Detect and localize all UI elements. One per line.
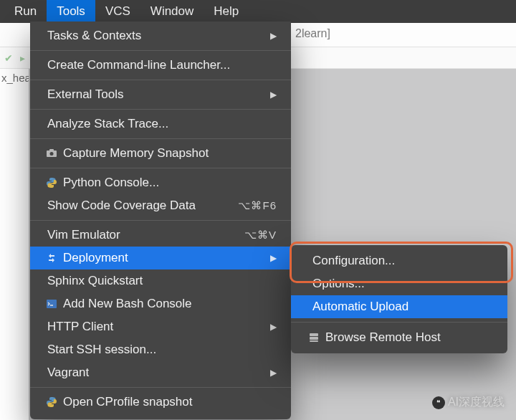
menu-window[interactable]: Window	[140, 0, 204, 23]
python-icon	[44, 177, 59, 188]
server-icon	[307, 332, 321, 343]
menuitem-open-cprofile[interactable]: Open CProfile snapshot	[30, 391, 291, 414]
camera-icon	[44, 148, 59, 159]
project-title-fragment: 2learn]	[295, 27, 330, 40]
tools-dropdown: Tasks & Contexts ▶ Create Command-line L…	[30, 22, 291, 419]
menuitem-capture-memory-snapshot[interactable]: Capture Memory Snapshot	[30, 142, 291, 165]
menuitem-vim-emulator[interactable]: Vim Emulator ⌥⌘V	[30, 224, 291, 247]
menuitem-vagrant[interactable]: Vagrant ▶	[30, 361, 291, 384]
separator	[30, 138, 291, 139]
chevron-right-icon: ▶	[270, 90, 277, 100]
sync-icon	[44, 252, 59, 264]
submenuitem-options[interactable]: Options...	[291, 272, 507, 295]
separator	[30, 50, 291, 51]
menuitem-sphinx-quickstart[interactable]: Sphinx Quickstart	[30, 269, 291, 292]
menu-vcs[interactable]: VCS	[95, 0, 140, 23]
svg-rect-5	[310, 337, 318, 340]
check-icon: ✔	[4, 52, 13, 64]
separator	[30, 168, 291, 168]
svg-point-2	[50, 152, 54, 156]
chevron-right-icon: ▶	[270, 368, 277, 378]
submenuitem-automatic-upload[interactable]: Automatic Upload	[291, 295, 507, 318]
menuitem-code-coverage[interactable]: Show Code Coverage Data ⌥⌘F6	[30, 194, 291, 217]
submenuitem-browse-remote-host[interactable]: Browse Remote Host	[291, 326, 507, 349]
svg-rect-3	[47, 300, 57, 308]
chevron-right-icon: ▶	[270, 31, 277, 41]
tab-name-fragment: x_hea	[0, 69, 29, 84]
menu-run[interactable]: Run	[4, 0, 47, 23]
menuitem-add-bash-console[interactable]: Add New Bash Console	[30, 292, 291, 315]
shortcut: ⌥⌘V	[244, 229, 277, 242]
svg-rect-1	[49, 149, 54, 151]
chevron-right-icon: ▶	[270, 322, 277, 332]
submenuitem-configuration[interactable]: Configuration...	[291, 249, 507, 272]
svg-rect-6	[310, 340, 318, 342]
separator	[30, 80, 291, 80]
menuitem-start-ssh[interactable]: Start SSH session...	[30, 338, 291, 361]
terminal-icon	[44, 298, 59, 310]
menuitem-create-launcher[interactable]: Create Command-line Launcher...	[30, 54, 291, 77]
menu-tools[interactable]: Tools	[47, 0, 95, 23]
shortcut: ⌥⌘F6	[238, 199, 277, 212]
separator	[30, 220, 291, 221]
chevron-right-icon: ▶	[270, 253, 277, 263]
menuitem-analyze-stack-trace[interactable]: Analyze Stack Trace...	[30, 113, 291, 135]
menuitem-external-tools[interactable]: External Tools ▶	[30, 83, 291, 106]
deployment-submenu: Configuration... Options... Automatic Up…	[291, 245, 507, 353]
menu-help[interactable]: Help	[204, 0, 249, 23]
svg-rect-4	[310, 333, 318, 336]
watermark: ❝ AI深度视线	[432, 395, 505, 410]
menuitem-python-console[interactable]: Python Console...	[30, 171, 291, 194]
python-icon	[44, 396, 59, 408]
menuitem-deployment[interactable]: Deployment ▶	[30, 247, 291, 269]
separator	[30, 109, 291, 110]
menuitem-tasks-contexts[interactable]: Tasks & Contexts ▶	[30, 24, 291, 47]
menuitem-http-client[interactable]: HTTP Client ▶	[30, 315, 291, 338]
separator	[291, 322, 507, 323]
menubar: Run Tools VCS Window Help	[0, 0, 516, 23]
separator	[30, 387, 291, 388]
wechat-icon: ❝	[432, 396, 445, 409]
editor-tab-strip: x_hea	[0, 69, 29, 420]
play-icon: ▸	[20, 52, 25, 64]
